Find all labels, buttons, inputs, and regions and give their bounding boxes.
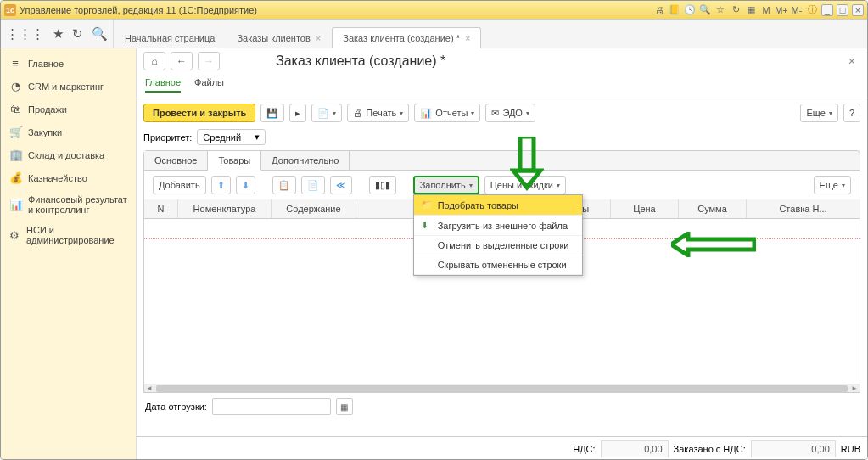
apps-icon[interactable]: ⋮⋮⋮ (6, 26, 44, 42)
close-icon[interactable]: × (316, 33, 321, 43)
sidebar-item-admin[interactable]: ⚙НСИ и администрирование (1, 220, 136, 250)
refresh-icon[interactable]: ↻ (730, 4, 742, 16)
m-plus-icon[interactable]: M+ (776, 4, 787, 16)
doc-icon: 📄 (317, 108, 329, 119)
subtab-files[interactable]: Файлы (194, 77, 224, 93)
post-close-button[interactable]: Провести и закрыть (143, 104, 255, 122)
book-icon[interactable]: 📒 (669, 4, 680, 16)
calc-icon[interactable]: ▦ (745, 4, 757, 16)
fill-pick-goods[interactable]: 📁Подобрать товары (414, 195, 582, 216)
ship-date-label: Дата отгрузки: (145, 401, 207, 412)
sidebar-item-main[interactable]: ≡Главное (1, 52, 136, 75)
guide-arrow-down (510, 137, 544, 191)
arrow-down-icon: ⬇ (242, 180, 249, 191)
paste-button[interactable]: 📄 (301, 176, 325, 194)
col-sum[interactable]: Сумма (679, 199, 747, 218)
subtab-main[interactable]: Главное (145, 77, 181, 93)
home-button[interactable]: ⌂ (143, 52, 165, 70)
titlebar: 1c Управление торговлей, редакция 11 (1С… (1, 1, 867, 20)
minimize-button[interactable]: _ (821, 4, 833, 16)
search-top-icon[interactable]: 🔍 (92, 26, 108, 42)
close-icon[interactable]: × (465, 33, 470, 43)
horizontal-scrollbar[interactable] (144, 384, 860, 392)
currency-label: RUB (841, 444, 860, 454)
save-button[interactable]: 💾 (260, 104, 284, 122)
help-button[interactable]: ? (843, 104, 860, 122)
svg-rect-0 (520, 137, 534, 171)
priority-row: Приоритет: Средний▾ (137, 127, 867, 150)
more-goods-button[interactable]: Еще▾ (814, 176, 851, 194)
col-n[interactable]: N (144, 199, 178, 218)
move-down-button[interactable]: ⬇ (236, 176, 255, 194)
maximize-button[interactable]: □ (837, 4, 848, 16)
col-nomen[interactable]: Номенклатура (178, 199, 272, 218)
topbar-icon-group: ⋮⋮⋮ ★ ↻ 🔍 (1, 20, 114, 48)
sidebar-item-treasury[interactable]: 💰Казначейство (1, 166, 136, 189)
create-based-button[interactable]: 📄▾ (311, 104, 342, 122)
titlebar-icons: 🖨 📒 🕓 🔍 ☆ ↻ ▦ M M+ M- ⓘ _ □ × (653, 4, 864, 16)
m-icon[interactable]: M (760, 4, 772, 16)
ship-date-input[interactable] (212, 398, 331, 415)
priority-select[interactable]: Средний▾ (197, 129, 266, 145)
more-button[interactable]: Еще▾ (800, 104, 837, 122)
edo-button[interactable]: ✉ЭДО▾ (485, 104, 535, 122)
sidebar: ≡Главное ◔CRM и маркетинг 🛍Продажи 🛒Заку… (1, 48, 137, 460)
ordered-value: 0,00 (751, 440, 836, 457)
sidebar-item-finance[interactable]: 📊Финансовый результат и контроллинг (1, 189, 136, 220)
print-button[interactable]: 🖨Печать▾ (347, 104, 409, 122)
nds-value: 0,00 (601, 440, 669, 457)
move-up-button[interactable]: ⬆ (211, 176, 231, 194)
scan-button[interactable]: ▮▯▮ (369, 176, 396, 194)
star-icon[interactable]: ☆ (714, 4, 726, 16)
itab-extra[interactable]: Дополнительно (261, 151, 350, 170)
clock-icon[interactable]: 🕓 (684, 4, 696, 16)
print-icon[interactable]: 🖨 (653, 4, 665, 16)
fill-hide-cancelled[interactable]: Скрывать отмененные строки (414, 255, 582, 275)
toolbar-goods: Добавить ⬆ ⬇ 📋 📄 ≪ ▮▯▮ Заполнить▾ 📁Подоб… (143, 171, 860, 199)
search-icon[interactable]: 🔍 (699, 4, 711, 16)
printer-icon: 🖨 (353, 108, 362, 118)
itab-goods[interactable]: Товары (208, 151, 261, 171)
topbar: ⋮⋮⋮ ★ ↻ 🔍 Начальная страница Заказы клие… (1, 20, 867, 48)
sidebar-item-sales[interactable]: 🛍Продажи (1, 98, 136, 121)
fill-load-file[interactable]: ⬇Загрузить из внешнего файла (414, 216, 582, 236)
close-window-button[interactable]: × (852, 4, 864, 16)
reports-button[interactable]: 📊Отчеты▾ (414, 104, 480, 122)
itab-main[interactable]: Основное (144, 151, 208, 170)
share-button[interactable]: ≪ (330, 176, 352, 194)
info-icon[interactable]: ⓘ (806, 4, 818, 16)
svg-marker-1 (513, 171, 540, 188)
calendar-button[interactable]: ▦ (336, 398, 353, 415)
back-button[interactable]: ← (171, 52, 193, 70)
forward-button[interactable]: → (198, 52, 220, 70)
share-icon: ≪ (336, 180, 346, 191)
tabs: Начальная страница Заказы клиентов× Зака… (114, 20, 481, 48)
ship-row: Дата отгрузки: ▦ (137, 393, 867, 420)
sidebar-item-purchases[interactable]: 🛒Закупки (1, 121, 136, 143)
sidebar-item-crm[interactable]: ◔CRM и маркетинг (1, 75, 136, 98)
history-icon[interactable]: ↻ (72, 26, 83, 42)
tab-home[interactable]: Начальная страница (114, 27, 226, 48)
m-minus-icon[interactable]: M- (791, 4, 803, 16)
add-button[interactable]: Добавить (153, 176, 206, 194)
cart-icon: 🛒 (9, 126, 21, 138)
col-vat[interactable]: Ставка Н... (747, 199, 860, 218)
toolbar-main: Провести и закрыть 💾 ▸ 📄▾ 🖨Печать▾ 📊Отче… (137, 98, 867, 127)
col-price[interactable]: Цена (611, 199, 679, 218)
inner-tabs: Основное Товары Дополнительно (143, 150, 860, 171)
favorite-icon[interactable]: ★ (53, 26, 64, 42)
chevron-down-icon: ▾ (255, 132, 260, 143)
copy-button[interactable]: 📋 (272, 176, 296, 194)
sidebar-item-warehouse[interactable]: 🏢Склад и доставка (1, 143, 136, 166)
edo-icon: ✉ (491, 108, 499, 119)
barcode-icon: ▮▯▮ (375, 180, 390, 191)
close-page-button[interactable]: × (843, 54, 860, 68)
tab-order-create[interactable]: Заказ клиента (создание) *× (332, 27, 481, 48)
fill-cancel-selected[interactable]: Отменить выделенные строки (414, 236, 582, 255)
fill-button[interactable]: Заполнить▾ (413, 176, 479, 194)
tab-orders[interactable]: Заказы клиентов× (226, 27, 332, 48)
post-button[interactable]: ▸ (289, 104, 306, 122)
col-content[interactable]: Содержание (272, 199, 356, 218)
crm-icon: ◔ (9, 80, 21, 93)
ordered-label: Заказано с НДС: (674, 444, 746, 454)
